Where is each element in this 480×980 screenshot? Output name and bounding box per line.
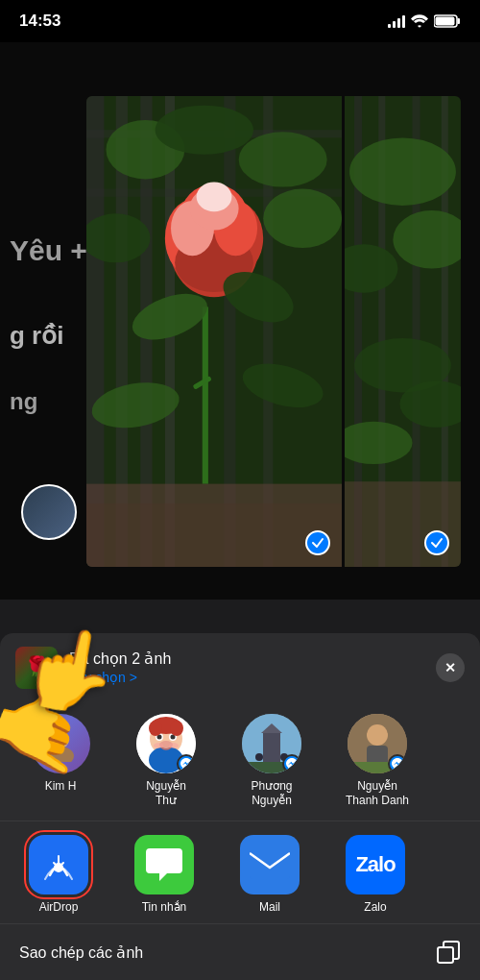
photo-mosaic bbox=[86, 96, 461, 567]
svg-point-59 bbox=[149, 721, 162, 736]
svg-rect-75 bbox=[438, 947, 453, 963]
share-subtitle[interactable]: Tùy chọn > bbox=[69, 670, 424, 685]
share-info: Đã chọn 2 ảnh Tùy chọn > bbox=[69, 649, 424, 685]
bg-text-yeu: Yêu + bbox=[10, 234, 87, 267]
svg-rect-62 bbox=[263, 733, 280, 767]
mail-app-icon bbox=[240, 835, 300, 894]
svg-point-27 bbox=[197, 182, 232, 211]
messenger-badge-danh bbox=[388, 754, 407, 773]
bg-text-ng: ng bbox=[10, 388, 37, 415]
contact-avatar-phuong bbox=[242, 714, 301, 773]
photo-checkmark-2 bbox=[424, 530, 449, 555]
svg-point-60 bbox=[170, 721, 183, 736]
contact-danh[interactable]: NguyễnThanh Danh bbox=[324, 714, 430, 809]
copy-label: Sao chép các ảnh bbox=[19, 943, 143, 962]
airdrop-app-icon bbox=[29, 835, 88, 894]
zalo-label: Zalo bbox=[364, 900, 386, 914]
svg-rect-17 bbox=[203, 306, 208, 483]
apps-row: AirDrop Tin nhắn Mail bbox=[0, 821, 480, 923]
battery-icon bbox=[434, 14, 461, 28]
svg-point-39 bbox=[349, 137, 456, 206]
status-bar: 14:53 bbox=[0, 0, 480, 42]
copy-icon bbox=[436, 940, 461, 965]
svg-rect-1 bbox=[458, 18, 461, 24]
zalo-app-icon: Zalo bbox=[346, 835, 405, 894]
pointing-hand-emoji: 👆 bbox=[13, 616, 126, 723]
airdrop-label: AirDrop bbox=[39, 900, 79, 914]
messenger-badge-phuong bbox=[282, 754, 301, 773]
svg-point-14 bbox=[239, 132, 327, 186]
svg-point-56 bbox=[154, 743, 163, 748]
svg-point-65 bbox=[255, 753, 263, 761]
app-airdrop[interactable]: AirDrop bbox=[6, 835, 111, 914]
contact-name-danh: NguyễnThanh Danh bbox=[346, 779, 409, 809]
copy-photos-button[interactable]: Sao chép các ảnh bbox=[0, 923, 480, 980]
close-button[interactable]: ✕ bbox=[436, 653, 465, 682]
svg-rect-73 bbox=[250, 850, 290, 879]
svg-rect-45 bbox=[345, 481, 461, 567]
mail-label: Mail bbox=[259, 900, 280, 914]
contact-name-phuong: PhươngNguyễn bbox=[251, 779, 292, 809]
contact-avatar-thu bbox=[136, 714, 196, 773]
svg-point-57 bbox=[169, 743, 179, 748]
svg-point-68 bbox=[367, 724, 388, 746]
contact-nguyen-thu[interactable]: NguyễnThư bbox=[113, 714, 219, 809]
status-icons bbox=[388, 14, 461, 28]
app-messages[interactable]: Tin nhắn bbox=[111, 835, 217, 914]
photo-checkmark-1 bbox=[305, 530, 330, 555]
messages-label: Tin nhắn bbox=[142, 900, 187, 914]
svg-rect-2 bbox=[436, 17, 455, 26]
contact-name-thu: NguyễnThư bbox=[146, 779, 186, 809]
svg-rect-33 bbox=[86, 503, 342, 567]
bg-text-roi: g rồi bbox=[10, 321, 63, 351]
svg-point-16 bbox=[263, 189, 342, 248]
signal-icon bbox=[388, 14, 405, 28]
status-time: 14:53 bbox=[19, 12, 60, 31]
app-zalo[interactable]: Zalo Zalo bbox=[323, 835, 428, 914]
svg-point-13 bbox=[156, 106, 253, 155]
wifi-icon bbox=[411, 14, 428, 28]
messages-app-icon bbox=[134, 835, 194, 894]
messenger-badge-thu bbox=[177, 754, 196, 773]
contact-phuong[interactable]: PhươngNguyễn bbox=[219, 714, 324, 809]
app-mail[interactable]: Mail bbox=[217, 835, 323, 914]
contact-avatar-danh bbox=[348, 714, 407, 773]
